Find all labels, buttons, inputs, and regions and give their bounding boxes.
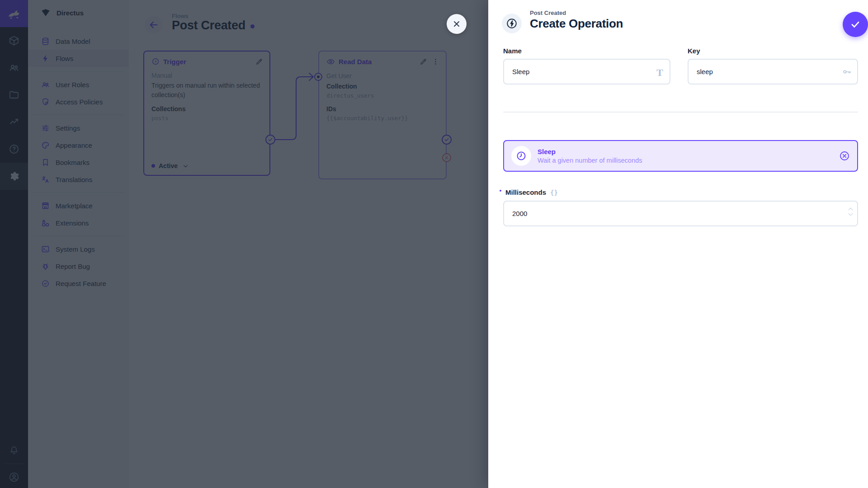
section-divider <box>503 112 858 113</box>
name-field-label: Name <box>503 47 522 55</box>
drawer-header-icon <box>502 14 522 33</box>
check-icon <box>849 19 861 30</box>
key-icon <box>842 67 852 77</box>
bolt-circle-icon <box>506 18 518 29</box>
drawer-breadcrumb: Post Created <box>530 9 566 16</box>
name-input[interactable] <box>503 59 670 84</box>
deselect-operation-icon[interactable] <box>839 150 850 161</box>
close-drawer-button[interactable] <box>447 14 467 34</box>
modal-overlay[interactable] <box>0 0 488 488</box>
close-icon <box>452 19 461 28</box>
key-input[interactable] <box>688 59 858 84</box>
milliseconds-field-label: Milliseconds <box>505 188 546 196</box>
number-stepper[interactable] <box>848 207 854 216</box>
stepper-up-icon[interactable] <box>848 207 854 211</box>
save-button[interactable] <box>843 12 868 37</box>
raw-value-toggle-icon[interactable]: {} <box>550 189 558 196</box>
operation-card-title: Sleep <box>538 148 833 155</box>
operation-card-description: Wait a given number of milliseconds <box>538 157 833 164</box>
drawer-title: Create Operation <box>530 17 623 31</box>
stepper-down-icon[interactable] <box>848 212 854 216</box>
key-field-label: Key <box>688 47 700 55</box>
required-indicator <box>500 190 501 192</box>
operation-type-card-sleep[interactable]: Sleep Wait a given number of millisecond… <box>503 140 858 172</box>
create-operation-drawer: Post Created Create Operation Name T Key… <box>488 0 868 488</box>
milliseconds-input[interactable] <box>503 201 858 226</box>
title-case-icon[interactable]: T <box>656 67 663 79</box>
screen: Directus Data Model Flows User Ro <box>0 0 868 488</box>
clock-icon <box>511 146 531 166</box>
